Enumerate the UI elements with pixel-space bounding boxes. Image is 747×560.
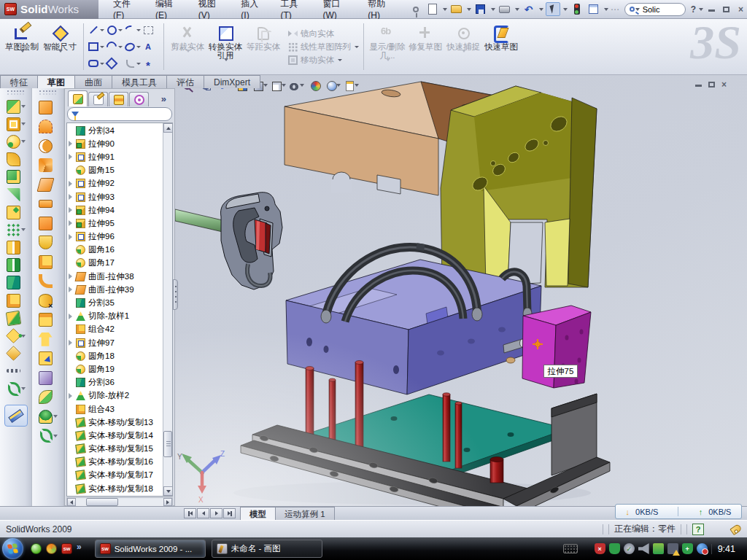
select-button[interactable] bbox=[546, 2, 560, 16]
cm-stack-button[interactable]: 镜向实体 bbox=[288, 28, 359, 39]
print-dropdown[interactable] bbox=[515, 8, 519, 11]
cm-button[interactable]: 剪裁实体 bbox=[169, 23, 206, 71]
cm-button[interactable]: 转换实体引用 bbox=[206, 23, 244, 71]
cm-button[interactable]: 智能尺寸 bbox=[41, 23, 79, 71]
part-clamp-bridge[interactable] bbox=[441, 86, 597, 289]
toolbar-button[interactable] bbox=[32, 175, 63, 195]
doc-close-button[interactable]: × bbox=[721, 79, 727, 90]
sketch-entity-button[interactable] bbox=[124, 55, 142, 71]
tree-item[interactable]: 拉伸91 bbox=[67, 150, 163, 163]
expand-arrow-icon[interactable] bbox=[69, 273, 75, 279]
ribbon-tab[interactable]: 曲面 bbox=[74, 75, 112, 88]
close-button[interactable]: × bbox=[735, 4, 747, 15]
tree-item[interactable]: 拉伸94 bbox=[67, 203, 163, 217]
ribbon-tab[interactable]: DimXpert bbox=[204, 75, 260, 88]
scroll-right-button[interactable] bbox=[163, 498, 172, 506]
task-button[interactable]: 未命名 - 画图 bbox=[212, 540, 322, 558]
tree-item[interactable]: 曲面-拉伸39 bbox=[67, 283, 163, 296]
tree-item[interactable]: 实体-移动/复制17 bbox=[67, 469, 163, 482]
expand-arrow-icon[interactable] bbox=[69, 287, 75, 292]
toolbar-button[interactable] bbox=[32, 330, 63, 349]
toolbar-button[interactable] bbox=[0, 257, 31, 274]
toolbar-button[interactable] bbox=[0, 115, 31, 133]
toolbar-button[interactable] bbox=[0, 327, 31, 344]
undo-button[interactable]: ↶ bbox=[522, 2, 536, 16]
scrollbar-thumb[interactable] bbox=[86, 498, 118, 506]
sketch-entity-button[interactable] bbox=[88, 22, 105, 38]
tree-item[interactable]: 圆角15 bbox=[67, 164, 163, 177]
tree-item[interactable]: 实体-移动/复制18 bbox=[67, 482, 163, 495]
options-dropdown[interactable] bbox=[604, 8, 608, 11]
toolbar-grip[interactable] bbox=[7, 90, 24, 95]
prev-tab-button[interactable] bbox=[197, 508, 209, 518]
tree-filter-box[interactable] bbox=[67, 107, 172, 121]
toolbar-button[interactable] bbox=[32, 388, 63, 408]
part-red-cylinder[interactable] bbox=[490, 457, 503, 483]
toolbar-button[interactable] bbox=[0, 274, 31, 292]
expand-arrow-icon[interactable] bbox=[69, 181, 75, 187]
toolbar-button[interactable] bbox=[0, 345, 31, 362]
toolbar-button[interactable] bbox=[32, 98, 63, 117]
solidworks-quicklaunch-icon[interactable]: SW bbox=[61, 543, 72, 554]
toolbar-button[interactable] bbox=[32, 291, 63, 311]
scroll-left-button[interactable] bbox=[67, 498, 76, 506]
toolbar-button[interactable] bbox=[32, 136, 63, 156]
toolbar-grip[interactable] bbox=[39, 90, 56, 95]
tree-item[interactable]: 切除-放样2 bbox=[67, 389, 163, 402]
sketch-entity-button[interactable] bbox=[142, 39, 160, 55]
sketch-entity-button[interactable] bbox=[142, 22, 160, 38]
tree-item[interactable]: 切除-放样1 bbox=[67, 310, 163, 323]
open-dropdown[interactable] bbox=[467, 8, 471, 11]
toolbar-button[interactable] bbox=[32, 311, 63, 330]
measure-button[interactable] bbox=[4, 405, 28, 427]
sketch-entity-button[interactable] bbox=[88, 55, 105, 71]
tray-icon[interactable]: + bbox=[682, 543, 693, 554]
select-dropdown[interactable] bbox=[563, 8, 568, 11]
toolbar-button[interactable] bbox=[32, 368, 63, 388]
sketch-entity-button[interactable] bbox=[124, 22, 142, 38]
open-button[interactable] bbox=[449, 2, 464, 16]
sketch-entity-button[interactable] bbox=[124, 39, 142, 55]
cm-button[interactable]: 等距实体 bbox=[244, 23, 282, 71]
toolbar-button[interactable] bbox=[32, 214, 63, 233]
tray-icon[interactable] bbox=[667, 543, 678, 554]
first-tab-button[interactable] bbox=[184, 508, 196, 518]
rebuild-button[interactable] bbox=[570, 2, 584, 16]
tree-item[interactable]: 圆角16 bbox=[67, 244, 163, 257]
sketch-entity-button[interactable] bbox=[106, 39, 123, 55]
doc-minimize-button[interactable] bbox=[695, 79, 702, 90]
sketch-entity-button[interactable] bbox=[142, 55, 160, 71]
tree-item[interactable]: 拉伸97 bbox=[67, 336, 163, 349]
edit-appearance-button[interactable] bbox=[308, 79, 322, 92]
scroll-up-button[interactable] bbox=[163, 123, 173, 133]
new-dropdown[interactable] bbox=[443, 8, 447, 11]
scrollbar-thumb[interactable] bbox=[163, 431, 172, 457]
toolbar-button[interactable] bbox=[0, 168, 31, 186]
toolbar-button[interactable] bbox=[32, 427, 63, 446]
toolbar-button[interactable] bbox=[0, 203, 31, 221]
expand-arrow-icon[interactable] bbox=[69, 154, 75, 160]
quick-launch-chevron[interactable]: » bbox=[77, 542, 82, 552]
minimize-button[interactable] bbox=[705, 4, 718, 15]
save-button[interactable] bbox=[473, 2, 488, 16]
save-dropdown[interactable] bbox=[491, 8, 495, 11]
quick-launch-app-icon[interactable] bbox=[46, 543, 57, 554]
pin-toolbar-button[interactable] bbox=[409, 2, 423, 16]
toolbar-button[interactable] bbox=[0, 221, 31, 238]
tray-icon[interactable] bbox=[638, 543, 649, 554]
toolbar-button[interactable] bbox=[32, 195, 63, 214]
panel-splitter-handle[interactable] bbox=[173, 279, 178, 310]
sketch-entity-button[interactable] bbox=[106, 55, 123, 71]
view-settings-button[interactable] bbox=[344, 79, 359, 92]
tray-icon[interactable] bbox=[653, 543, 664, 554]
language-bar-keyboard-icon[interactable] bbox=[563, 544, 578, 553]
tree-item[interactable]: 分割35 bbox=[67, 296, 163, 309]
toolbar-button[interactable] bbox=[0, 133, 31, 150]
ribbon-tab[interactable]: 评估 bbox=[166, 75, 204, 88]
tree-item[interactable]: 圆角17 bbox=[67, 257, 163, 270]
cm-button[interactable]: 快速草图 bbox=[482, 23, 520, 71]
tree-item[interactable]: 组合43 bbox=[67, 402, 163, 416]
next-tab-button[interactable] bbox=[210, 508, 222, 518]
help-dropdown[interactable] bbox=[699, 8, 703, 11]
toolbar-button[interactable] bbox=[32, 272, 63, 292]
